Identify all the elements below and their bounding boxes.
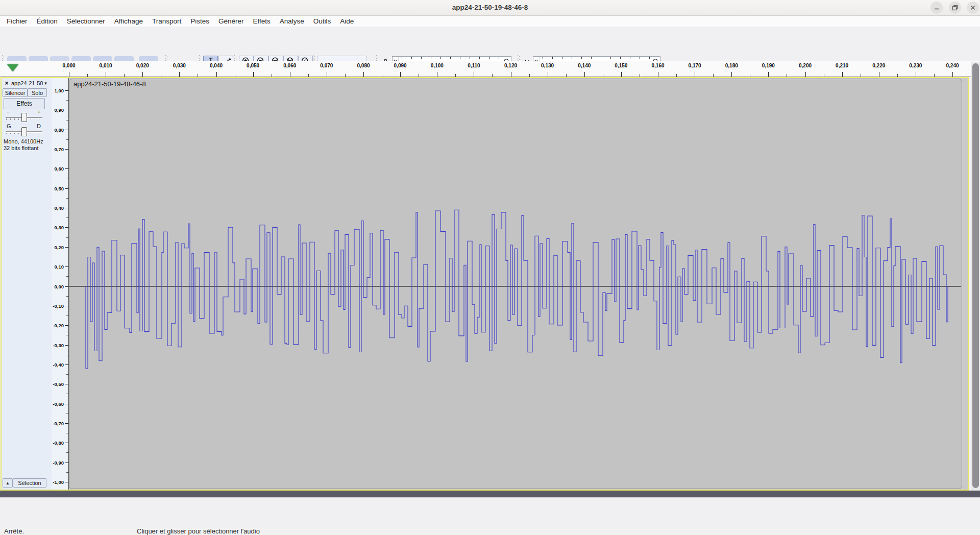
timeline-major-tick (658, 72, 658, 77)
timeline-label: 0,180 (725, 63, 738, 68)
timeline-label: 0,120 (504, 63, 517, 68)
timeline-major-tick (253, 72, 254, 77)
gain-slider-thumb[interactable] (21, 113, 27, 122)
vruler-label: -0,10 (53, 303, 64, 308)
vruler-label: 0,70 (55, 147, 64, 152)
horizontal-scrollbar[interactable] (0, 491, 980, 497)
timeline-label: 0,100 (431, 63, 444, 68)
menu-aide[interactable]: Aide (335, 16, 358, 27)
minimize-icon[interactable] (930, 2, 943, 14)
vruler-label: 0,20 (55, 244, 64, 250)
solo-button[interactable]: Solo (28, 88, 47, 97)
vruler-minor-tick (66, 472, 68, 473)
vruler-major-tick (65, 168, 68, 169)
timeline-major-tick (621, 72, 622, 77)
vruler-major-tick (65, 90, 68, 91)
timeline-minor-tick (861, 74, 861, 77)
pan-left-label: G (7, 123, 11, 130)
timeline-label: 0,110 (468, 63, 480, 68)
timeline-label: 0,010 (100, 63, 112, 68)
vruler-minor-tick (66, 100, 68, 101)
timeline-major-tick (879, 72, 879, 77)
vruler-major-tick (65, 286, 68, 287)
menu-selectionner[interactable]: Sélectionner (62, 16, 110, 27)
timeline-minor-tick (934, 74, 935, 77)
waveform-area[interactable]: app24-21-50-19-48-46-8 (69, 78, 968, 490)
menu-effets[interactable]: Effets (248, 16, 275, 27)
vruler-label: -0,30 (53, 342, 64, 348)
vruler-minor-tick (66, 335, 68, 335)
timeline-minor-tick (382, 74, 382, 77)
gain-plus-label: + (37, 109, 40, 115)
vruler-label: 0,40 (55, 205, 64, 211)
vruler-minor-tick (66, 198, 68, 199)
vruler-major-tick (65, 325, 68, 326)
vruler-label: 1,00 (55, 88, 64, 93)
menu-pistes[interactable]: Pistes (186, 16, 214, 27)
timeline-label: 0,020 (136, 63, 149, 68)
timeline-minor-tick (308, 74, 309, 77)
track-select-button[interactable]: Sélection (13, 478, 46, 488)
title-bar[interactable]: app24-21-50-19-48-46-8 (0, 0, 980, 16)
timeline-label: 0,080 (357, 63, 370, 68)
timeline-major-tick (695, 72, 695, 77)
vruler-minor-tick (66, 296, 68, 297)
vruler-minor-tick (66, 394, 68, 394)
timeline-minor-tick (198, 74, 198, 77)
timeline-major-tick (805, 72, 806, 77)
vertical-scrollbar-thumb[interactable] (972, 63, 979, 488)
close-icon[interactable] (967, 2, 979, 14)
menu-affichage[interactable]: Affichage (110, 16, 148, 27)
menu-outils[interactable]: Outils (309, 16, 336, 27)
vruler-minor-tick (66, 139, 68, 140)
pan-right-label: D (37, 123, 41, 130)
effects-button[interactable]: Effets (4, 98, 45, 109)
vruler-major-tick (65, 423, 68, 424)
timeline-minor-tick (492, 74, 493, 77)
vruler-label: 0,80 (55, 127, 64, 132)
vruler-major-tick (65, 110, 68, 110)
vruler-label: -0,50 (53, 381, 64, 387)
collapse-track-icon[interactable]: ▲ (3, 478, 13, 488)
gain-minus-label: − (7, 109, 10, 115)
vruler-major-tick (65, 404, 68, 404)
clip-name: app24-21-50-19-48-46-8 (74, 80, 146, 88)
mute-button[interactable]: Silencer (3, 88, 28, 97)
audacity-window: app24-21-50-19-48-46-8 FichierÉditionSél… (0, 0, 980, 535)
timeline-major-tick (916, 72, 916, 77)
menu-analyse[interactable]: Analyse (275, 16, 309, 27)
pan-slider-thumb[interactable] (21, 127, 27, 136)
vertical-scrollbar[interactable] (971, 62, 980, 491)
timeline-ruler[interactable]: 0,0000,0100,0200,0300,0400,0500,0600,070… (0, 61, 980, 77)
track-format-line2: 32 bits flottant (4, 145, 39, 152)
vruler-major-tick (65, 306, 68, 306)
vertical-ruler[interactable]: 1,000,900,800,700,600,500,400,300,200,10… (52, 78, 69, 490)
track-name-menu[interactable]: app24-21-50 ▼ (11, 80, 50, 87)
timeline-minor-tick (235, 74, 235, 77)
vruler-label: -0,90 (53, 459, 64, 465)
menu-edition[interactable]: Édition (32, 16, 62, 27)
timeline-label: 0,040 (210, 63, 223, 68)
menu-transport[interactable]: Transport (148, 16, 186, 27)
audio-track: × app24-21-50 ▼ Silencer Solo Effets − +… (1, 77, 969, 491)
track-close-icon[interactable]: × (3, 80, 10, 87)
menu-generer[interactable]: Générer (214, 16, 249, 27)
timeline-minor-tick (566, 74, 567, 77)
status-bar: Arrêté. Cliquer et glisser pour sélectio… (0, 527, 980, 535)
restore-icon[interactable] (949, 2, 961, 14)
status-hint: Cliquer et glisser pour sélectionner l'a… (137, 527, 260, 535)
vruler-label: 0,60 (55, 166, 64, 172)
pinned-playhead-icon[interactable] (7, 64, 18, 71)
vruler-label: 0,50 (55, 185, 64, 191)
audio-clip[interactable]: app24-21-50-19-48-46-8 (69, 79, 962, 489)
vruler-minor-tick (66, 159, 68, 159)
menu-fichier[interactable]: Fichier (2, 16, 32, 27)
vruler-minor-tick (66, 276, 68, 277)
timeline-major-tick (437, 72, 437, 77)
timeline-minor-tick (603, 74, 603, 77)
timeline-label: 0,130 (541, 63, 554, 68)
timeline-label: 0,000 (62, 63, 75, 68)
timeline-major-tick (548, 72, 548, 77)
vruler-major-tick (65, 364, 68, 365)
toolbar-dock: ▾ Audio Setup GD -48 -24 GD -48 -24 (0, 27, 980, 62)
